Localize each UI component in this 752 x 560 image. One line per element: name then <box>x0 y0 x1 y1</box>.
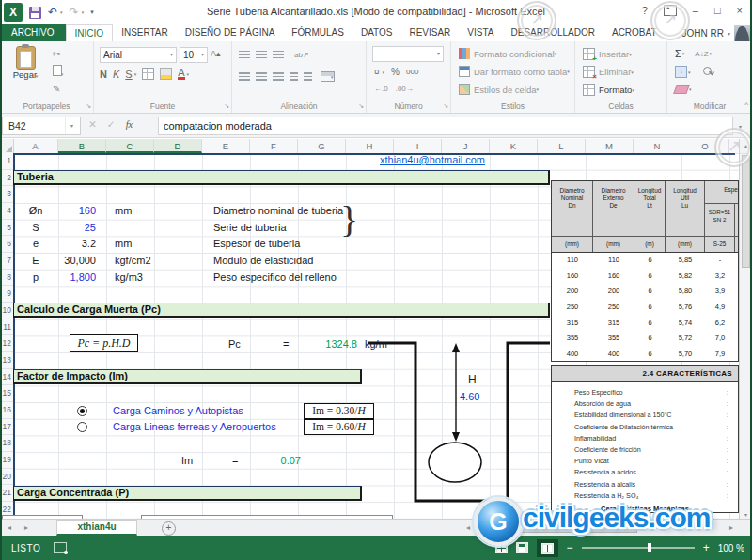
pc-label[interactable]: Pc <box>228 336 257 352</box>
im-value[interactable]: 0.07 <box>258 453 301 469</box>
pc-unit[interactable]: kg/m <box>365 336 387 352</box>
menu-tab-datos[interactable]: DATOS <box>352 24 401 41</box>
menu-tab-dise-o-de-p-gina[interactable]: DISEÑO DE PÁGINA <box>177 24 284 41</box>
format-button[interactable]: Formato▾ <box>583 84 634 96</box>
param-desc[interactable]: Serie de tuberia <box>213 220 430 236</box>
merge-dropdown-icon[interactable]: ▾ <box>331 74 334 80</box>
redo-icon[interactable]: ↷ <box>70 7 79 18</box>
decrease-decimal-icon[interactable]: .00→ <box>396 85 414 93</box>
vscroll-thumb[interactable] <box>742 155 750 268</box>
row-header-21[interactable]: 21 <box>0 485 13 502</box>
menu-tab-inicio[interactable]: INICIO <box>66 24 114 41</box>
worksheet[interactable]: 12345678910111213141516171819202122 xthi… <box>0 153 752 519</box>
trench-diagram[interactable]: H 4.60 <box>362 336 555 508</box>
help-icon[interactable]: ? <box>642 5 648 16</box>
macro-record-icon[interactable] <box>54 542 67 553</box>
user-area[interactable]: JOHN RR ▾ <box>682 24 752 41</box>
row-header-14[interactable]: 14 <box>0 369 13 386</box>
increase-indent-icon[interactable] <box>304 72 312 81</box>
clear-dropdown-icon[interactable]: ▾ <box>689 86 692 92</box>
collapse-ribbon-icon[interactable]: ^ <box>744 101 748 109</box>
conditional-formatting-button[interactable]: Formato condicional▾ <box>459 48 556 59</box>
grow-font-icon[interactable]: A▴ <box>211 49 221 58</box>
row-header-6[interactable]: 6 <box>0 236 13 253</box>
select-all-corner[interactable] <box>0 139 14 153</box>
avatar[interactable] <box>734 25 750 41</box>
section-header-factor-impacto[interactable]: Factor de Impacto (Im) <box>13 369 362 384</box>
clear-icon[interactable] <box>673 85 690 94</box>
row-header-19[interactable]: 19 <box>0 452 13 469</box>
fill-color-icon[interactable] <box>160 68 172 80</box>
minimize-button[interactable]: – <box>693 5 698 16</box>
row-header-9[interactable]: 9 <box>0 286 13 303</box>
section-header-carga-concentrada[interactable]: Carga Concentrada (P) <box>13 486 362 501</box>
sheet-prev-icon[interactable]: ◂ <box>8 523 11 532</box>
param-symbol[interactable]: e <box>13 236 58 252</box>
font-color-icon[interactable]: A <box>178 68 184 80</box>
format-as-table-button[interactable]: Dar formato como tabla▾ <box>459 66 570 77</box>
align-bottom-icon[interactable] <box>273 51 284 59</box>
row-header-7[interactable]: 7 <box>0 253 13 270</box>
name-box-dropdown-icon[interactable]: ▾ <box>65 117 78 134</box>
chevron-down-icon[interactable]: ▾ <box>170 48 173 62</box>
row-header-12[interactable]: 12 <box>0 335 13 352</box>
equals-sign[interactable]: = <box>232 453 238 469</box>
maximize-button[interactable]: □ <box>714 5 721 16</box>
font-color-dropdown-icon[interactable]: ▾ <box>187 71 190 77</box>
number-format-combo[interactable]: ▾ <box>372 46 444 62</box>
caracteristicas-panel[interactable]: 2.4 CARACTERÍSTICAS Peso Específico:Abso… <box>551 365 739 513</box>
column-header-M[interactable]: M <box>586 139 634 153</box>
im-label[interactable]: Im <box>181 453 206 469</box>
copy-icon[interactable] <box>53 65 62 76</box>
sort-filter-icon[interactable]: A↓Z <box>695 50 708 58</box>
row-header-2[interactable]: 2 <box>0 170 13 187</box>
row-header-3[interactable]: 3 <box>0 186 13 203</box>
row-header-20[interactable]: 20 <box>0 469 13 486</box>
row-header-15[interactable]: 15 <box>0 385 13 402</box>
chevron-down-icon[interactable]: ▾ <box>201 48 204 62</box>
param-value[interactable]: 1,800 <box>55 270 96 286</box>
user-name[interactable]: JOHN RR <box>682 28 724 39</box>
impact-option-label[interactable]: Carga Caminos y Autopistas <box>113 403 315 419</box>
row-header-16[interactable]: 16 <box>0 402 13 419</box>
borders-icon[interactable] <box>142 68 154 80</box>
qat-customize-icon[interactable]: ▾ <box>90 8 94 16</box>
underline-dropdown-icon[interactable]: ▾ <box>134 71 137 77</box>
cancel-icon[interactable]: ✕ <box>88 118 97 130</box>
menu-tab-revisar[interactable]: REVISAR <box>400 24 459 41</box>
cut-icon[interactable]: ✂ <box>53 49 60 59</box>
row-header-1[interactable]: 1 <box>0 153 13 170</box>
sort-dropdown-icon[interactable]: ▾ <box>710 51 713 56</box>
align-top-icon[interactable] <box>239 51 250 59</box>
column-header-I[interactable]: I <box>394 139 442 153</box>
email-link[interactable]: xthian4u@hotmail.com <box>380 154 485 165</box>
param-desc[interactable]: Espesor de tuberia <box>213 236 430 252</box>
impact-formula-box[interactable]: Im = 0.30/H <box>304 403 374 419</box>
civilgeeks-logo[interactable]: G civilgeeks.com <box>468 494 750 549</box>
percent-style-icon[interactable]: % <box>391 67 400 77</box>
delete-cells-button[interactable]: Eliminar▾ <box>583 66 634 78</box>
menu-tab-archivo[interactable]: ARCHIVO <box>0 24 66 41</box>
name-box[interactable]: B42▾ <box>2 117 81 135</box>
autosum-icon[interactable]: Σ <box>675 48 682 59</box>
decrease-indent-icon[interactable] <box>290 72 298 81</box>
align-left-icon[interactable] <box>239 72 250 81</box>
row-header-8[interactable]: 8 <box>0 270 13 287</box>
increase-decimal-icon[interactable]: ←.0 <box>374 85 388 93</box>
align-center-icon[interactable] <box>256 72 267 81</box>
param-symbol[interactable]: p <box>13 270 58 286</box>
param-value[interactable]: 25 <box>55 220 96 236</box>
dialog-launcher-icon[interactable]: ↘ <box>358 102 364 110</box>
fill-dropdown-icon[interactable]: ▾ <box>688 70 691 75</box>
row-header-11[interactable]: 11 <box>0 319 13 336</box>
paste-dropdown-icon[interactable]: ▾ <box>36 73 39 79</box>
param-unit[interactable]: kg/m3 <box>115 270 180 286</box>
radio-selected[interactable] <box>77 406 87 416</box>
undo-dropdown-icon[interactable]: ▾ <box>60 9 63 15</box>
param-value[interactable]: 160 <box>55 203 96 219</box>
align-middle-icon[interactable] <box>256 51 267 59</box>
formula-input[interactable]: compatacion moderada <box>158 117 733 135</box>
param-desc[interactable]: Modulo de elasticidad <box>213 253 430 269</box>
row-header-18[interactable]: 18 <box>0 435 13 452</box>
align-right-icon[interactable] <box>273 72 284 81</box>
